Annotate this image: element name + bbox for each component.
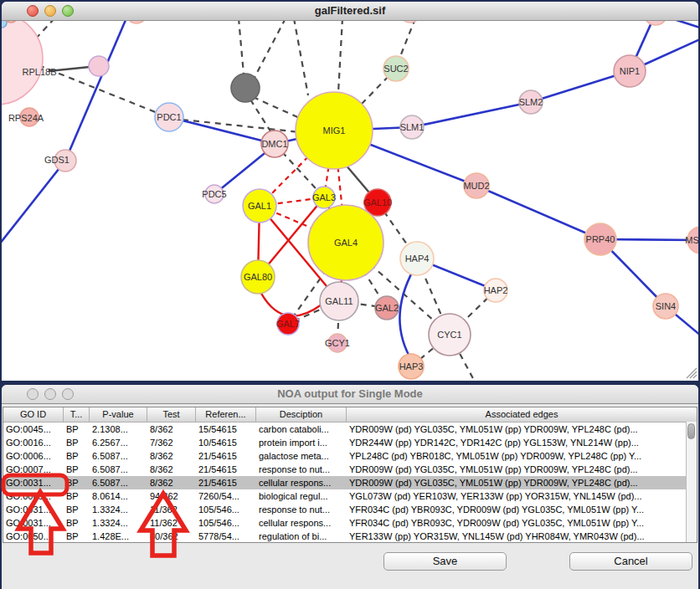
minimize-button-icon[interactable] bbox=[44, 5, 56, 17]
column-header[interactable]: Desciption bbox=[256, 407, 347, 422]
table-row[interactable]: GO:0016...BP6.2567...7/36210/54615protei… bbox=[3, 436, 686, 449]
table-cell: GO:0031... bbox=[3, 503, 64, 516]
table-cell: 8/362 bbox=[147, 463, 196, 476]
network-edge bbox=[399, 264, 417, 356]
node-RPL18B[interactable] bbox=[89, 56, 109, 76]
save-button[interactable]: Save bbox=[383, 552, 507, 571]
node-label: GDS1 bbox=[44, 155, 69, 165]
network-edge bbox=[169, 117, 275, 144]
node-label: GAL4 bbox=[334, 238, 358, 248]
table-cell: cellular respons... bbox=[256, 476, 347, 489]
table-cell: 6.5087... bbox=[90, 463, 147, 476]
zoom-button-icon[interactable] bbox=[62, 388, 74, 400]
table-cell: response to nut... bbox=[256, 503, 347, 516]
table-cell: YFR034C (pd) YBR093C, YDR009W (pd) YGL03… bbox=[347, 503, 686, 516]
table-cell: YDR244W (pp) YDR142C, YDR142C (pp) YGL15… bbox=[347, 436, 686, 449]
table-row[interactable]: GO:0007...BP6.5087...8/36221/54615respon… bbox=[3, 463, 686, 476]
traffic-lights bbox=[27, 5, 74, 17]
table-row[interactable]: GO:0050...BP1.428E...80/3625778/54...reg… bbox=[3, 530, 686, 542]
noa-window-titlebar[interactable]: NOA output for Single Mode bbox=[2, 385, 698, 404]
column-header[interactable]: GO ID bbox=[3, 407, 64, 422]
table-row[interactable]: GO:0031...BP6.5087...8/36221/54615cellul… bbox=[3, 476, 686, 489]
column-header[interactable]: Referen... bbox=[196, 407, 256, 422]
node-label: RPL18B bbox=[23, 67, 57, 77]
table-cell: YDR009W (pd) YGL035C, YML051W (pp) YDR00… bbox=[347, 423, 686, 436]
table-row[interactable]: GO:0031...BP1.3324...11/362105/546...res… bbox=[3, 503, 686, 516]
table-cell: BP bbox=[64, 516, 90, 530]
table-cell: 80/362 bbox=[147, 530, 196, 542]
node-label: MSI bbox=[685, 235, 698, 245]
node-label: PDC5 bbox=[202, 189, 226, 199]
node-label: GAL11 bbox=[325, 296, 353, 306]
table-cell: carbon cataboli... bbox=[256, 423, 347, 436]
minimize-button-icon[interactable] bbox=[44, 388, 56, 400]
table-cell: 15/54615 bbox=[196, 423, 256, 436]
desktop: { "colors": { "desktop": "#202d55", "ann… bbox=[0, 0, 700, 589]
zoom-button-icon[interactable] bbox=[62, 5, 74, 17]
node-label: GAL10 bbox=[363, 197, 392, 207]
table-cell: 1.3324... bbox=[90, 503, 147, 516]
table-cell: 8/362 bbox=[147, 449, 196, 463]
table-cell: 105/546... bbox=[196, 503, 256, 516]
table-cell: GO:0006... bbox=[3, 449, 64, 463]
table-row[interactable]: GO:0065...BP8.0614...94/3627260/54...bio… bbox=[3, 489, 686, 503]
table-row[interactable]: GO:0045...BP2.1308...8/36215/54615carbon… bbox=[3, 423, 686, 436]
column-header[interactable]: P-value bbox=[90, 407, 147, 422]
table-cell: 94/362 bbox=[147, 489, 196, 503]
node-unlabeled[interactable] bbox=[231, 74, 260, 102]
table-cell: 8/362 bbox=[147, 476, 196, 489]
node-label: GCY1 bbox=[325, 338, 350, 348]
table-cell: YER133W (pp) YOR315W, YNL145W (pd) YHR08… bbox=[347, 530, 686, 542]
table-cell: 8/362 bbox=[147, 423, 196, 436]
graph-window-title: galFiltered.sif bbox=[315, 4, 386, 17]
cancel-button[interactable]: Cancel bbox=[569, 552, 692, 571]
network-edge bbox=[214, 146, 273, 194]
traffic-lights bbox=[27, 388, 74, 400]
graph-window: RPL18BRPS24AGDS1PDC1MIG1DMC1SUC2SLM1SLM2… bbox=[2, 2, 698, 381]
node-label: HAP4 bbox=[405, 254, 430, 264]
resize-grip bbox=[693, 375, 697, 378]
table-cell: YDR009W (pd) YGL035C, YML051W (pp) YDR00… bbox=[347, 463, 686, 476]
node-label: DMC1 bbox=[261, 139, 287, 149]
table-cell: protein import i... bbox=[256, 436, 347, 449]
network-edge bbox=[2, 161, 65, 243]
column-header[interactable]: Associated edges bbox=[347, 407, 697, 422]
table-cell: galactose meta... bbox=[256, 449, 347, 463]
network-edge bbox=[476, 186, 600, 239]
column-header[interactable]: T... bbox=[64, 407, 90, 422]
node-label: SLM1 bbox=[400, 122, 425, 132]
graph-window-titlebar[interactable]: galFiltered.sif bbox=[2, 2, 698, 21]
noa-output-window: NOA output for Single Mode GO IDT...P-va… bbox=[2, 385, 698, 589]
close-button-icon[interactable] bbox=[27, 388, 39, 400]
table-row[interactable]: GO:0006...BP6.5087...8/36221/54615galact… bbox=[3, 449, 686, 463]
network-edge bbox=[259, 289, 322, 316]
table-cell: BP bbox=[64, 449, 90, 463]
table-cell: response to nut... bbox=[256, 463, 347, 476]
node-unlabeled[interactable] bbox=[2, 20, 43, 105]
network-canvas[interactable]: RPL18BRPS24AGDS1PDC1MIG1DMC1SUC2SLM1SLM2… bbox=[2, 20, 698, 381]
vertical-scrollbar[interactable] bbox=[686, 422, 697, 542]
table-body: GO:0045...BP2.1308...8/36215/54615carbon… bbox=[3, 422, 686, 542]
table-cell: BP bbox=[64, 423, 90, 436]
close-button-icon[interactable] bbox=[27, 5, 39, 17]
results-table: GO IDT...P-valueTestReferen...Desciption… bbox=[3, 407, 697, 543]
network-edge bbox=[412, 102, 531, 127]
table-row[interactable]: GO:0031...BP1.3324...11/362105/546...cel… bbox=[3, 516, 686, 530]
table-cell: 105/546... bbox=[196, 516, 256, 530]
table-cell: BP bbox=[64, 503, 90, 516]
node-label: SLM2 bbox=[519, 97, 543, 107]
table-cell: BP bbox=[64, 489, 90, 503]
node-label: RPS24A bbox=[8, 113, 44, 123]
table-cell: 1.428E... bbox=[90, 530, 147, 542]
table-cell: BP bbox=[64, 530, 90, 542]
table-cell: YGL073W (pd) YER103W, YER133W (pp) YOR31… bbox=[347, 489, 686, 503]
network-edge bbox=[251, 20, 286, 84]
network-edge bbox=[294, 20, 308, 95]
column-header[interactable]: Test bbox=[147, 407, 196, 422]
node-label: GAL1 bbox=[248, 201, 271, 211]
table-cell: GO:0050... bbox=[3, 530, 64, 542]
table-cell: GO:0016... bbox=[3, 436, 64, 449]
scrollbar-thumb[interactable] bbox=[687, 423, 695, 439]
node-label: SUC2 bbox=[383, 64, 408, 74]
table-cell: 7/362 bbox=[147, 436, 196, 449]
